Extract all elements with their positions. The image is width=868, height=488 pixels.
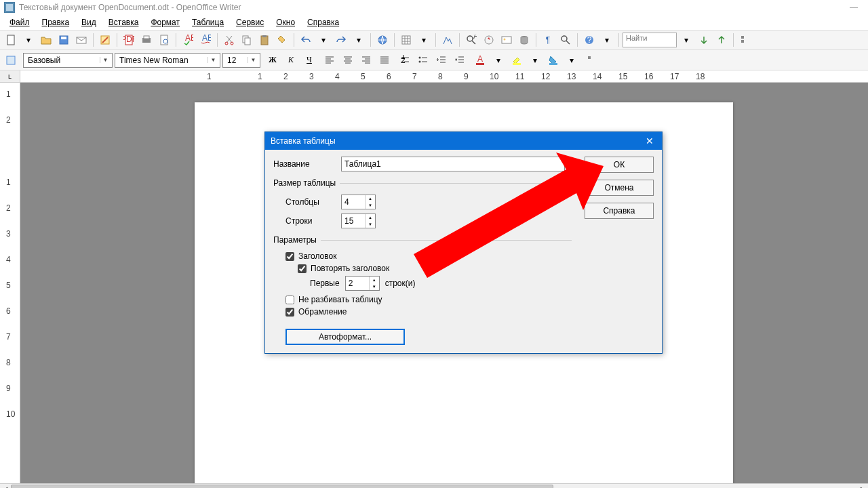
close-icon[interactable]: ✕ [643,136,656,146]
table-button[interactable] [398,32,414,48]
menu-tools[interactable]: Сервис [231,16,269,28]
menu-help[interactable]: Справка [302,16,344,28]
menu-insert[interactable]: Вставка [103,16,144,28]
scroll-right-button[interactable]: ▶ [857,484,868,488]
font-color-dropdown[interactable]: ▾ [490,52,507,68]
horizontal-scrollbar[interactable]: ◀ ▶ [0,483,868,488]
search-box[interactable] [623,33,677,47]
repeat-checkbox[interactable] [298,264,307,273]
font-dropdown-icon[interactable]: ▼ [208,57,218,63]
zoom-button[interactable] [557,32,574,48]
vertical-ruler[interactable]: 1 2 1 2 3 4 5 6 7 8 9 10 [0,83,20,483]
scroll-thumb[interactable] [11,485,553,488]
autospell-button[interactable]: ABC [197,32,214,48]
rows-down-icon[interactable]: ▼ [366,221,375,228]
first-input[interactable] [346,277,369,290]
menu-table[interactable]: Таблица [186,16,229,28]
undo-dropdown[interactable]: ▾ [315,32,332,48]
format-paintbrush-button[interactable] [274,32,290,48]
nosplit-checkbox-row[interactable]: Не разбивать таблицу [273,295,572,304]
indent-button[interactable] [452,52,468,68]
horizontal-ruler[interactable]: 1 1 2 3 4 5 6 7 8 9 10 11 12 13 14 15 16… [20,70,868,82]
undo-button[interactable] [298,32,314,48]
menu-edit[interactable]: Правка [37,16,75,28]
font-combo[interactable]: Times New Roman ▼ [115,53,220,68]
columns-spinner[interactable]: ▲▼ [341,195,376,209]
bullet-list-button[interactable] [415,52,431,68]
help-dropdown[interactable]: ▾ [599,32,615,48]
rows-spinner[interactable]: ▲▼ [341,214,376,228]
spellcheck-button[interactable]: AB [180,32,196,48]
menu-view[interactable]: Вид [76,16,102,28]
bgcolor-dropdown[interactable]: ▾ [564,52,580,68]
align-right-button[interactable] [358,52,374,68]
scroll-track[interactable] [11,484,857,488]
rows-input[interactable] [342,214,365,228]
menu-file[interactable]: Файл [4,16,35,28]
underline-button[interactable]: Ч [301,52,317,68]
border-checkbox[interactable] [285,308,294,317]
nonprinting-button[interactable]: ¶ [540,32,556,48]
search-input[interactable] [626,34,673,42]
redo-dropdown[interactable]: ▾ [351,32,367,48]
outdent-button[interactable] [433,52,450,68]
new-doc-dropdown[interactable]: ▾ [20,32,37,48]
styles-button[interactable] [3,52,19,68]
style-combo[interactable]: Базовый ▼ [23,53,113,68]
menu-window[interactable]: Окно [271,16,300,28]
heading-checkbox[interactable] [285,252,294,261]
first-down-icon[interactable]: ▼ [370,283,379,290]
help-button[interactable]: ? [581,32,597,48]
bold-button[interactable]: Ж [264,52,281,68]
dialog-title-bar[interactable]: Вставка таблицы ✕ [265,132,662,150]
autoformat-button[interactable]: Автоформат... [285,329,405,345]
paste-button[interactable] [256,32,273,48]
align-justify-button[interactable] [376,52,393,68]
cut-button[interactable] [221,32,237,48]
table-name-input[interactable] [341,157,565,171]
export-pdf-button[interactable]: PDF [121,32,137,48]
format-overflow-button[interactable] [584,52,600,68]
align-center-button[interactable] [340,52,356,68]
numbered-list-button[interactable]: 12 [397,52,413,68]
columns-down-icon[interactable]: ▼ [366,202,375,209]
style-dropdown-icon[interactable]: ▼ [100,57,111,63]
search-up-button[interactable] [713,32,730,48]
border-checkbox-row[interactable]: Обрамление [273,307,572,317]
table-dropdown[interactable]: ▾ [416,32,432,48]
ok-button[interactable]: ОК [585,157,654,173]
hyperlink-button[interactable] [374,32,391,48]
columns-input[interactable] [342,195,365,209]
highlight-button[interactable] [509,52,525,68]
align-left-button[interactable] [321,52,338,68]
menu-format[interactable]: Формат [145,16,185,28]
print-button[interactable] [138,32,155,48]
scroll-left-button[interactable]: ◀ [0,484,11,488]
navigator-button[interactable] [481,32,497,48]
columns-up-icon[interactable]: ▲ [366,195,375,202]
help-button[interactable]: Справка [585,203,654,219]
toolbar-overflow-button[interactable] [737,32,753,48]
drawing-button[interactable] [439,32,456,48]
bgcolor-button[interactable] [545,52,561,68]
italic-button[interactable]: К [283,52,299,68]
repeat-checkbox-row[interactable]: Повторять заголовок [273,264,572,273]
copy-button[interactable] [239,32,255,48]
rows-up-icon[interactable]: ▲ [366,214,375,221]
save-button[interactable] [56,32,72,48]
font-color-button[interactable]: A [472,52,488,68]
find-button[interactable]: A [463,32,479,48]
new-doc-button[interactable] [3,32,19,48]
size-combo[interactable]: 12 ▼ [222,53,260,68]
first-up-icon[interactable]: ▲ [370,277,379,283]
open-button[interactable] [38,32,54,48]
search-down-button[interactable] [696,32,712,48]
first-spinner[interactable]: ▲▼ [345,276,380,291]
highlight-dropdown[interactable]: ▾ [527,52,543,68]
cancel-button[interactable]: Отмена [585,180,654,196]
redo-button[interactable] [333,32,349,48]
edit-button[interactable] [97,32,113,48]
email-button[interactable] [73,32,90,48]
heading-checkbox-row[interactable]: Заголовок [273,251,572,261]
gallery-button[interactable] [498,32,515,48]
